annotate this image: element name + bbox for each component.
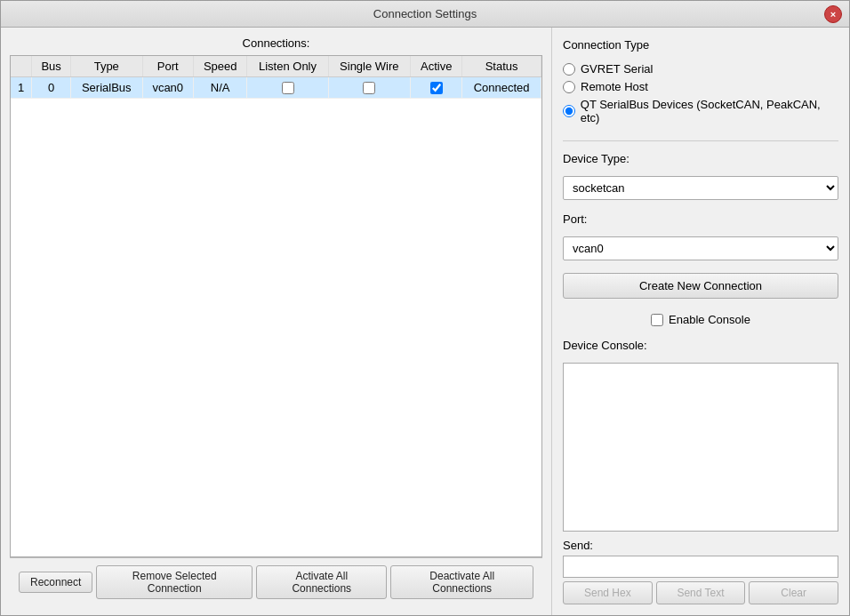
radio-qt-serial-label[interactable]: QT SerialBus Devices (SocketCAN, PeakCAN… [563, 98, 838, 124]
radio-gvret-text: GVRET Serial [581, 62, 653, 76]
col-header-bus: Bus [32, 56, 71, 77]
device-type-label: Device Type: [563, 152, 838, 165]
window-title: Connection Settings [373, 7, 477, 20]
enable-console-checkbox[interactable] [651, 314, 663, 326]
enable-console-label[interactable]: Enable Console [669, 313, 750, 326]
table-header-row: Bus Type Port Speed Listen Only Single W… [11, 56, 541, 77]
cell-status: Connected [462, 77, 541, 99]
bottom-bar: Reconnect Remove Selected Connection Act… [10, 557, 542, 606]
close-button[interactable]: × [824, 5, 842, 23]
table-row[interactable]: 1 0 SerialBus vcan0 N/A Connected [11, 77, 541, 99]
cell-listen-only[interactable] [247, 77, 328, 99]
send-input[interactable] [563, 556, 838, 578]
connections-table-container: Bus Type Port Speed Listen Only Single W… [10, 55, 542, 557]
col-header-type: Type [70, 56, 142, 77]
col-header-single-wire: Single Wire [328, 56, 411, 77]
send-row: Send: Send Hex Send Text Clear [563, 539, 838, 604]
activate-all-button[interactable]: Activate All Connections [256, 565, 387, 599]
port-select[interactable]: vcan0vcan1can0can1 [563, 236, 838, 260]
col-header-status: Status [462, 56, 541, 77]
cell-row-num: 1 [11, 77, 32, 99]
radio-gvret[interactable] [563, 63, 575, 76]
radio-gvret-label[interactable]: GVRET Serial [563, 62, 838, 76]
cell-bus: 0 [32, 77, 71, 99]
col-header-speed: Speed [193, 56, 247, 77]
device-console-textarea[interactable] [563, 363, 838, 532]
remove-connection-button[interactable]: Remove Selected Connection [96, 565, 253, 599]
radio-remote-text: Remote Host [581, 80, 648, 93]
send-label: Send: [563, 539, 838, 552]
cell-speed: N/A [193, 77, 247, 99]
radio-remote-label[interactable]: Remote Host [563, 80, 838, 93]
send-hex-button[interactable]: Send Hex [563, 581, 653, 604]
right-panel: Connection Type GVRET Serial Remote Host… [552, 28, 849, 615]
connections-label: Connections: [10, 36, 542, 50]
deactivate-all-button[interactable]: Deactivate All Connections [390, 565, 533, 599]
cell-port: vcan0 [142, 77, 193, 99]
connection-type-radio-group: GVRET Serial Remote Host QT SerialBus De… [563, 62, 838, 124]
col-header-port: Port [142, 56, 193, 77]
radio-qt-serial-text: QT SerialBus Devices (SocketCAN, PeakCAN… [581, 98, 838, 124]
clear-button[interactable]: Clear [749, 581, 838, 604]
main-window: Connection Settings × Connections: Bus T… [0, 0, 850, 616]
enable-console-row: Enable Console [563, 313, 838, 326]
cell-type: SerialBus [70, 77, 142, 99]
send-text-button[interactable]: Send Text [656, 581, 746, 604]
device-console-label: Device Console: [563, 339, 838, 352]
create-new-connection-button[interactable]: Create New Connection [563, 273, 838, 299]
port-label: Port: [563, 212, 838, 226]
active-checkbox[interactable] [430, 82, 443, 94]
connections-table: Bus Type Port Speed Listen Only Single W… [11, 56, 541, 99]
radio-qt-serial[interactable] [563, 105, 575, 117]
col-header-listen-only: Listen Only [247, 56, 328, 77]
col-header-active: Active [411, 56, 462, 77]
left-panel: Connections: Bus Type Port Speed Listen … [1, 28, 552, 615]
device-type-select[interactable]: socketcanpeakcansysteccantinycanvectorca… [563, 176, 838, 200]
connection-type-label: Connection Type [563, 38, 838, 52]
col-header-num [11, 56, 32, 77]
cell-single-wire[interactable] [328, 77, 411, 99]
listen-only-checkbox[interactable] [282, 82, 294, 94]
radio-remote[interactable] [563, 81, 575, 93]
single-wire-checkbox[interactable] [363, 82, 375, 94]
main-content: Connections: Bus Type Port Speed Listen … [1, 28, 849, 615]
title-bar: Connection Settings × [1, 1, 849, 28]
cell-active[interactable] [411, 77, 462, 99]
send-buttons: Send Hex Send Text Clear [563, 581, 838, 604]
reconnect-button[interactable]: Reconnect [19, 572, 92, 593]
divider-1 [563, 140, 838, 141]
